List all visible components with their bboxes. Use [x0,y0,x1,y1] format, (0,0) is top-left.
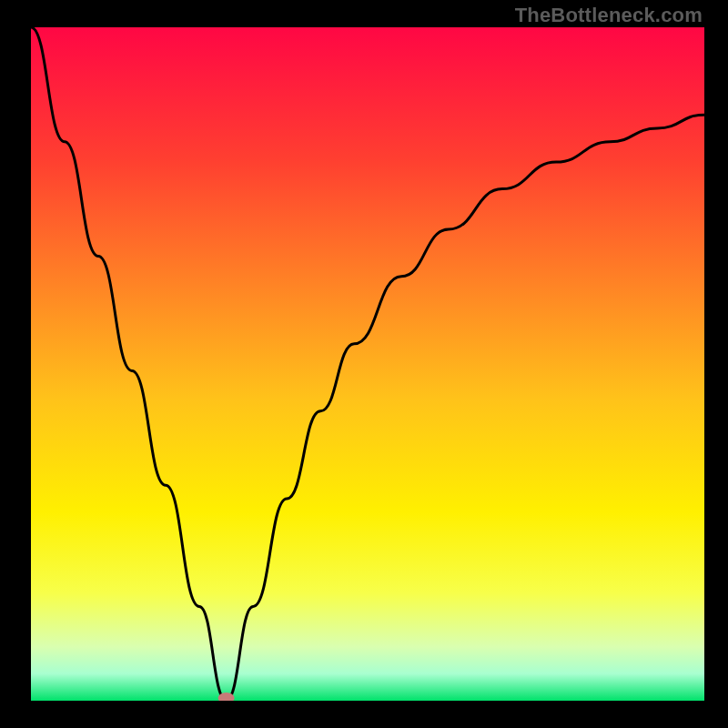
watermark-text: TheBottleneck.com [515,4,703,27]
plot-area [31,27,704,701]
chart-svg [31,27,704,701]
gradient-background [31,27,704,701]
chart-frame: TheBottleneck.com [0,0,728,728]
